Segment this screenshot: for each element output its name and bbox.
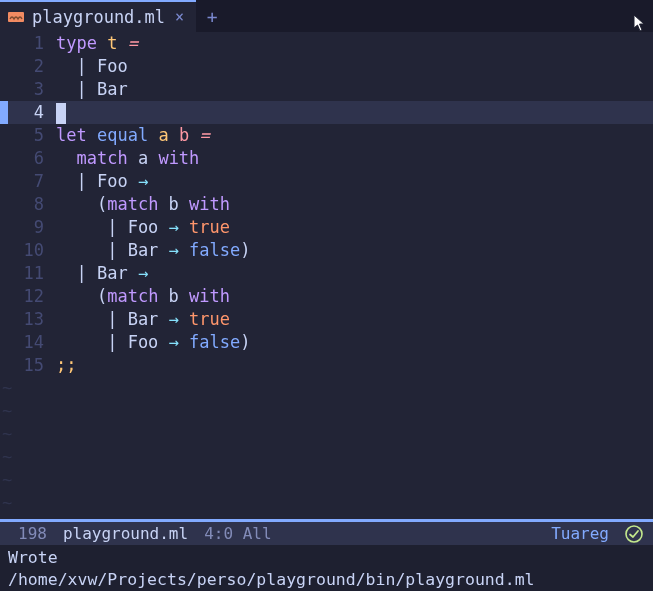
code-line: 14 | Foo → false) (0, 331, 653, 354)
line-number: 14 (8, 331, 56, 354)
svg-point-1 (626, 526, 642, 542)
line-number: 11 (8, 262, 56, 285)
line-number: 13 (8, 308, 56, 331)
code-line-current: 4 (0, 101, 653, 124)
modeline-filename: playground.ml (63, 524, 188, 543)
line-number: 10 (8, 239, 56, 262)
empty-buffer-tildes: ~ ~ ~ ~ ~ ~ (0, 377, 653, 519)
editor-area[interactable]: 1 type t = 2 | Foo 3 | Bar 4 5 let equal… (0, 32, 653, 519)
line-number: 7 (8, 170, 56, 193)
code-line: 8 (match b with (0, 193, 653, 216)
code-line: 15 ;; (0, 354, 653, 377)
tab-filename: playground.ml (32, 7, 165, 27)
tab-active[interactable]: playground.ml × (0, 0, 196, 32)
check-ok-icon (625, 525, 643, 543)
modeline: 198 playground.ml 4:0 All Tuareg (0, 519, 653, 545)
line-number: 1 (8, 32, 56, 55)
line-number: 12 (8, 285, 56, 308)
modeline-col: 198 (18, 524, 47, 543)
code-line: 2 | Foo (0, 55, 653, 78)
code-line: 12 (match b with (0, 285, 653, 308)
code-line: 11 | Bar → (0, 262, 653, 285)
code-line: 9 | Foo → true (0, 216, 653, 239)
line-number: 15 (8, 354, 56, 377)
code-line: 3 | Bar (0, 78, 653, 101)
minibuffer-line: Wrote (8, 547, 649, 569)
line-number: 9 (8, 216, 56, 239)
line-number: 8 (8, 193, 56, 216)
code-line: 7 | Foo → (0, 170, 653, 193)
minibuffer-line: /home/xvw/Projects/perso/playground/bin/… (8, 569, 649, 591)
code-line: 10 | Bar → false) (0, 239, 653, 262)
text-cursor (56, 103, 66, 124)
code-line: 13 | Bar → true (0, 308, 653, 331)
line-number: 2 (8, 55, 56, 78)
line-number: 4 (8, 101, 56, 124)
modeline-major-mode: Tuareg (551, 524, 609, 543)
modeline-pos: 4:0 All (204, 524, 271, 543)
minibuffer: Wrote /home/xvw/Projects/perso/playgroun… (0, 545, 653, 591)
ocaml-file-icon (8, 9, 24, 25)
code-line: 1 type t = (0, 32, 653, 55)
line-number: 5 (8, 124, 56, 147)
line-number: 6 (8, 147, 56, 170)
code-line: 6 match a with (0, 147, 653, 170)
tab-close-icon[interactable]: × (173, 8, 186, 26)
tab-bar: playground.ml × + (0, 0, 653, 32)
line-number: 3 (8, 78, 56, 101)
new-tab-button[interactable]: + (196, 0, 228, 32)
code-line: 5 let equal a b = (0, 124, 653, 147)
